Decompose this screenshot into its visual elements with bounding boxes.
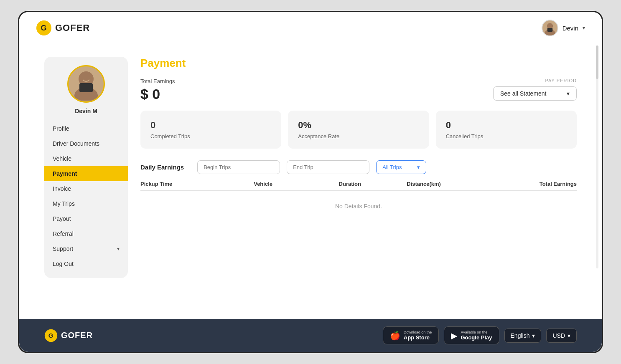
sidebar-item-my-trips[interactable]: My Trips	[44, 196, 128, 211]
chevron-down-icon: ▾	[532, 332, 535, 339]
begin-trips-input[interactable]	[197, 160, 280, 174]
sidebar-item-referral[interactable]: Referral	[44, 226, 128, 241]
all-trips-select[interactable]: All Trips ▾	[376, 160, 426, 174]
sidebar-item-driver-documents[interactable]: Driver Documents	[44, 136, 128, 151]
main-content: Devin M Profile Driver Documents Vehicle…	[19, 44, 602, 319]
end-trip-input[interactable]	[287, 160, 369, 174]
th-duration: Duration	[339, 181, 407, 187]
chevron-down-icon: ▾	[117, 246, 120, 252]
logo-text: GOFER	[55, 23, 90, 33]
table-header: Pickup Time Vehicle Duration Distance(km…	[140, 181, 577, 191]
completed-trips-label: Completed Trips	[150, 133, 271, 139]
daily-earnings-label: Daily Earnings	[140, 164, 184, 171]
browser-frame: G GOFER Devin ▾	[18, 11, 603, 353]
cancelled-trips-label: Cancelled Trips	[446, 133, 567, 139]
no-details-message: No Details Found.	[140, 195, 577, 218]
earnings-value: $ 0	[140, 86, 493, 102]
pay-period-area: PAY PERIOD See all Statement ▾	[493, 78, 577, 101]
profile-avatar	[67, 65, 105, 103]
profile-avatar-icon	[69, 67, 103, 101]
currency-value: USD	[552, 332, 565, 339]
sidebar-item-payment[interactable]: Payment	[44, 166, 128, 181]
acceptance-rate-card: 0% Acceptance Rate	[288, 111, 429, 149]
acceptance-rate-value: 0%	[298, 120, 419, 131]
sidebar-item-log-out[interactable]: Log Out	[44, 256, 128, 271]
page-title: Payment	[140, 57, 577, 70]
sidebar: Devin M Profile Driver Documents Vehicle…	[44, 57, 128, 306]
svg-text:G: G	[48, 332, 54, 339]
sidebar-item-payout[interactable]: Payout	[44, 211, 128, 226]
user-menu[interactable]: Devin ▾	[542, 20, 585, 36]
footer-logo-icon: G	[44, 329, 58, 342]
th-total-earnings: Total Earnings	[492, 181, 577, 187]
scroll-thumb[interactable]	[596, 46, 598, 79]
cancelled-trips-value: 0	[446, 120, 567, 131]
sidebar-card: Devin M Profile Driver Documents Vehicle…	[44, 57, 128, 278]
earnings-label: Total Earnings	[140, 78, 493, 84]
user-name: Devin	[562, 25, 578, 32]
sidebar-item-vehicle[interactable]: Vehicle	[44, 151, 128, 166]
sidebar-item-support[interactable]: Support ▾	[44, 241, 128, 256]
chevron-down-icon: ▾	[583, 25, 585, 31]
cancelled-trips-card: 0 Cancelled Trips	[436, 111, 577, 149]
app-store-button[interactable]: 🍎 Download on the App Store	[383, 326, 439, 344]
header: G GOFER Devin ▾	[19, 12, 602, 44]
daily-earnings-header: Daily Earnings All Trips ▾	[140, 160, 577, 174]
earnings-area: Total Earnings $ 0	[140, 78, 493, 102]
chevron-down-icon: ▾	[567, 90, 570, 97]
th-vehicle: Vehicle	[254, 181, 338, 187]
acceptance-rate-label: Acceptance Rate	[298, 133, 419, 139]
language-value: English	[511, 332, 530, 339]
scroll-track	[596, 46, 598, 268]
logo-icon: G	[36, 20, 52, 36]
avatar	[542, 20, 558, 36]
user-avatar-icon	[542, 20, 557, 35]
completed-trips-value: 0	[150, 120, 271, 131]
sidebar-item-profile[interactable]: Profile	[44, 121, 128, 136]
svg-rect-7	[79, 83, 93, 92]
google-play-icon: ▶	[451, 331, 457, 341]
google-play-button[interactable]: ▶ Available on the Google Play	[444, 326, 499, 344]
language-select[interactable]: English ▾	[504, 329, 542, 343]
th-pickup-time: Pickup Time	[140, 181, 254, 187]
footer: G GOFER 🍎 Download on the App Store ▶ Av…	[19, 319, 602, 352]
completed-trips-card: 0 Completed Trips	[140, 111, 281, 149]
apple-icon: 🍎	[390, 331, 400, 341]
statement-select[interactable]: See all Statement ▾	[493, 86, 577, 101]
svg-rect-4	[547, 28, 552, 32]
logo: G GOFER	[36, 20, 90, 36]
nav-menu: Profile Driver Documents Vehicle Payment…	[44, 121, 128, 271]
sidebar-item-invoice[interactable]: Invoice	[44, 181, 128, 196]
footer-actions: 🍎 Download on the App Store ▶ Available …	[383, 326, 577, 344]
svg-text:G: G	[41, 24, 47, 32]
content-area: Payment Total Earnings $ 0 PAY PERIOD Se…	[140, 57, 577, 306]
driver-name: Devin M	[75, 108, 97, 114]
chevron-down-icon: ▾	[417, 164, 420, 170]
stats-section: Total Earnings $ 0 PAY PERIOD See all St…	[140, 78, 577, 102]
footer-logo: G GOFER	[44, 329, 93, 342]
pay-period-label: PAY PERIOD	[545, 78, 577, 83]
th-distance: Distance(km)	[407, 181, 491, 187]
chevron-down-icon: ▾	[568, 332, 570, 339]
trip-cards: 0 Completed Trips 0% Acceptance Rate 0 C…	[140, 111, 577, 149]
currency-select[interactable]: USD ▾	[546, 329, 577, 343]
